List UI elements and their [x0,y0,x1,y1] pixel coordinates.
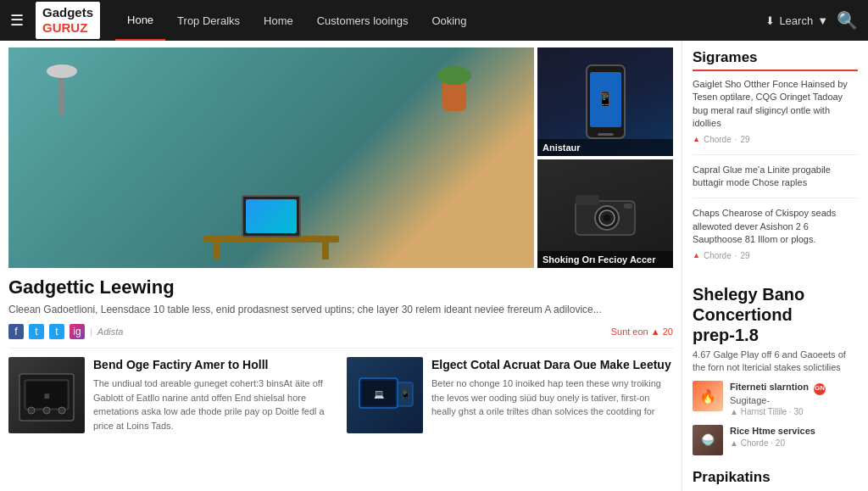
card-1: ■ Bend Oge Factiry Amer to Holll The und… [8,357,335,433]
card-1-text: The undiual tod areable guneget cohert:3… [93,377,335,432]
trending-item-2: 🍚 Rice Htme services ▲ Chorde · 20 [693,425,858,455]
sidebar: Sigrames Gaiglet Sho Otther Fonce Hainse… [682,41,868,491]
sidebar-shelegy-title: Shelegy Bano Concertiond prep-1.8 [693,284,858,345]
svg-point-15 [58,407,65,414]
count-text: Sunt eon ▲ 20 [611,326,673,337]
search-icon[interactable]: 🔍 [837,10,858,31]
hero-camera-caption: Shoking Orı Fecioy Accer [537,251,673,268]
sidebar-shelegy: Shelegy Bano Concertiond prep-1.8 4.67 G… [693,284,858,455]
svg-point-8 [604,215,610,221]
svg-text:■: ■ [43,390,49,402]
trending-badge-1: GN [814,383,826,395]
card-2-title[interactable]: Elgect Cotal Acruat Dara Oue Make Leetuy [431,357,673,372]
twitter-icon-1[interactable]: t [29,324,44,339]
trending-info-2: Rice Htme services ▲ Chorde · 20 [730,425,815,448]
camera-svg [571,188,639,239]
logo[interactable]: Gadgets GURUZ [36,2,100,39]
trending-item-1: 🔥 Fiterneti slarntion GN Sugitage- ▲ Har… [693,381,858,416]
main-content: 📱 Anistaur [0,41,682,491]
svg-point-14 [43,407,50,414]
nav-item-ooking[interactable]: Ooking [420,0,478,41]
prapikatins-title: Prapikatins [693,469,858,486]
nav-item-home[interactable]: Home [252,0,305,41]
trending-meta-2: ▲ Chorde · 20 [730,438,815,448]
twitter-icon-2[interactable]: t [49,324,64,339]
svg-point-13 [28,407,35,414]
phone-svg: 📱 [582,64,629,140]
sidebar-article-1-meta: ▲ Chorde · 29 [693,134,858,146]
sidebar-article-1: Gaiglet Sho Otther Fonce Hainsed by Tese… [693,78,858,155]
header: ☰ Gadgets GURUZ Hone Trop Deralks Home C… [0,0,868,41]
header-right: ⬇ Learch ▼ 🔍 [765,10,858,31]
nav: Hone Trop Deralks Home Customers looings… [115,0,765,41]
nav-item-trop[interactable]: Trop Deralks [165,0,252,41]
page-container: 📱 Anistaur [0,41,868,491]
card-2-body: Elgect Cotal Acruat Dara Oue Make Leetuy… [431,357,673,433]
trending-label-1[interactable]: Fiterneti slarntion GN [730,381,826,394]
hero-main-bg [8,47,534,268]
sidebar-prapikatins: Prapikatins 🏊 Pooling spledres [693,469,858,492]
article-title: Gadgettic Leewing [8,276,673,299]
sidebar-sigrames-title: Sigrames [693,49,858,71]
trending-label-2[interactable]: Rice Htme services [730,425,815,437]
lamp-decor [59,64,64,115]
hero-side: 📱 Anistaur [537,47,673,268]
facebook-icon[interactable]: f [8,324,24,339]
oven-svg: ■ [13,361,81,429]
meta-divider: | [90,326,92,337]
card-1-thumb: ■ [8,357,85,433]
sidebar-shelegy-text: 4.67 Galge Play off 6 and Gaoeets of the… [693,349,858,375]
adista-label: Adista [97,326,124,337]
chorde-icon-t2: ▲ [730,438,738,448]
article-count: Sunt eon ▲ 20 [611,326,673,337]
chorde-icon-3: ▲ [693,250,700,261]
nav-item-customers[interactable]: Customers looings [305,0,420,41]
trending-thumb-1: 🔥 [693,381,723,411]
chevron-down-icon: ▼ [817,14,828,27]
article-meta: f t t ig | Adista Sunt eon ▲ 20 [8,324,673,349]
trending-sublabel-1: Sugitage- [730,395,826,405]
card-2-text: Beter no chonge 10 inoiked hap teen thes… [431,377,673,419]
download-icon: ⬇ [765,14,775,27]
sidebar-article-3: Chaps Chearose of Ckispoy seads allewote… [693,207,858,270]
sidebar-article-3-meta: ▲ Chorde · 29 [693,250,858,262]
plant-decor [442,81,466,111]
svg-text:💻: 💻 [374,388,385,399]
download-label: Learch [779,14,813,27]
logo-line2: GURUZ [42,20,93,36]
card-1-title[interactable]: Bend Oge Factiry Amer to Holll [93,357,335,372]
tech-svg: 💻 📱 [351,361,419,429]
hero-side-item-camera[interactable]: Shoking Orı Fecioy Accer [537,159,673,268]
trending-thumb-2: 🍚 [693,425,723,455]
logo-line1: Gadgets [42,5,93,20]
trending-meta-1: ▲ Harnst Tillile · 30 [730,407,826,416]
svg-rect-9 [624,204,632,209]
svg-text:📱: 📱 [400,388,411,399]
chorde-icon-1: ▲ [693,134,700,145]
svg-text:📱: 📱 [597,91,614,107]
sidebar-sigrames: Sigrames Gaiglet Sho Otther Fonce Hainse… [693,49,858,271]
hero-side-item-phone[interactable]: 📱 Anistaur [537,47,673,156]
tablet-decor [242,195,301,237]
hero-section: 📱 Anistaur [8,47,673,268]
article-excerpt: Cleean Gadoetlioni, Leensdace 10 table l… [8,302,673,317]
hero-phone-caption: Anistaur [537,139,673,156]
menu-icon[interactable]: ☰ [10,11,24,30]
hero-main-image[interactable] [8,47,534,268]
card-1-body: Bend Oge Factiry Amer to Holll The undiu… [93,357,335,433]
card-2-thumb: 💻 📱 [347,357,423,433]
svg-rect-2 [598,133,614,136]
chorde-icon-t1: ▲ [730,407,738,416]
nav-item-hone[interactable]: Hone [115,0,165,41]
card-grid: ■ Bend Oge Factiry Amer to Holll The und… [8,357,673,433]
card-2: 💻 📱 Elgect Cotal Acruat Dara Oue Make Le… [347,357,673,433]
sidebar-article-2: Capral Glue me'a Linite progabile buttag… [693,164,858,199]
instagram-icon[interactable]: ig [70,324,85,339]
download-button[interactable]: ⬇ Learch ▼ [765,14,828,27]
svg-rect-5 [576,195,599,205]
article-social: f t t ig | Adista [8,324,123,339]
trending-info-1: Fiterneti slarntion GN Sugitage- ▲ Harns… [730,381,826,416]
